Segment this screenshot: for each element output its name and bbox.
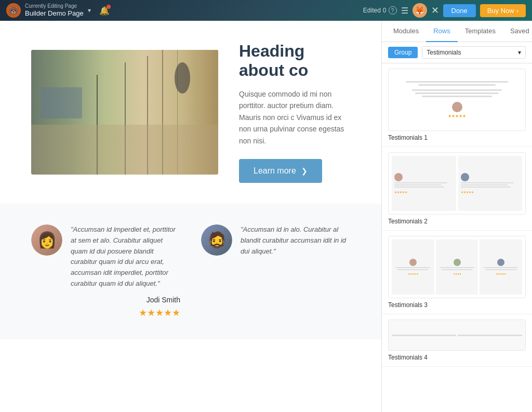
female-avatar-icon: 👩 [37, 231, 57, 249]
bear-icon: 🐻 [6, 3, 21, 18]
buy-now-button[interactable]: Buy Now › [480, 4, 526, 17]
right-panel: Modules Rows Templates Saved Group Testi… [381, 21, 532, 412]
row-label-2: Testimonials 2 [388, 218, 526, 225]
row-preview-2: ★★★★★ ★★★★★ [388, 152, 526, 215]
male-avatar-icon: 🧔 [207, 231, 227, 249]
row-item-2[interactable]: ★★★★★ ★★★★★ Testimonials 2 [382, 147, 532, 231]
main-layout: Heading about co Quisque commodo id mi n… [0, 21, 532, 412]
currently-editing-label: Currently Editing Page [25, 3, 84, 9]
testimonial-card-1: 👩 "Accumsan id imperdiet et, porttitor a… [31, 224, 180, 318]
group-button[interactable]: Group [388, 47, 418, 58]
hero-section: Heading about co Quisque commodo id mi n… [0, 21, 381, 204]
row-label-4: Testimonials 4 [388, 354, 526, 361]
row-label-3: Testimonials 3 [388, 301, 526, 309]
hero-text: Heading about co Quisque commodo id mi n… [239, 42, 350, 183]
page-info: Currently Editing Page Builder Demo Page [25, 3, 84, 18]
testimonial-avatar-1: 👩 [31, 224, 62, 256]
testimonial-avatar-2: 🧔 [201, 224, 232, 256]
row-label-1: Testimonials 1 [388, 134, 526, 141]
select-chevron-icon: ▾ [518, 49, 521, 56]
notification-dot [107, 5, 111, 9]
learn-more-button[interactable]: Learn more ❯ [239, 159, 322, 183]
edited-label: Edited 0 ? [363, 6, 397, 15]
hero-body-text: Quisque commodo id mi non porttitor. auc… [239, 88, 350, 147]
row-preview-1: ★★★★★ [388, 69, 526, 131]
done-button[interactable]: Done [443, 4, 476, 17]
testimonial-author-1: Jodi Smith [71, 296, 180, 304]
tab-saved[interactable]: Saved [503, 21, 532, 42]
topbar-right: Edited 0 ? ☰ 🦊 ✕ Done Buy Now › [363, 3, 526, 18]
panel-filter: Group Testimonials ▾ [382, 42, 532, 63]
topbar-left: 🐻 Currently Editing Page Builder Demo Pa… [6, 3, 358, 18]
hero-heading: Heading about co [239, 42, 350, 80]
group-select[interactable]: Testimonials ▾ [422, 46, 526, 59]
page-content: Heading about co Quisque commodo id mi n… [0, 21, 381, 412]
edited-info-icon[interactable]: ? [389, 6, 397, 15]
testimonial-content-1: "Accumsan id imperdiet et, porttitor at … [71, 224, 180, 318]
panel-tabs: Modules Rows Templates Saved [382, 21, 532, 42]
testimonials-section: 👩 "Accumsan id imperdiet et, porttitor a… [0, 204, 381, 339]
hero-image [31, 50, 218, 175]
testimonial-quote-1: "Accumsan id imperdiet et, porttitor at … [71, 224, 180, 289]
menu-icon[interactable]: ☰ [401, 6, 408, 16]
testimonial-quote-2: "Accumsan id in alo. Curabitur al blandi… [241, 224, 350, 257]
testimonial-content-2: "Accumsan id in alo. Curabitur al blandi… [241, 224, 350, 318]
page-name-label: Builder Demo Page [25, 9, 84, 18]
tab-rows[interactable]: Rows [426, 21, 458, 42]
testimonial-stars-1: ★★★★★ [71, 307, 180, 318]
arrow-icon: › [516, 7, 518, 15]
row-item-3[interactable]: ★★★★★ ★★★★ ★★★★★ [382, 231, 532, 314]
row-preview-4 [388, 320, 526, 351]
row-item-4[interactable]: Testimonials 4 [382, 314, 532, 367]
close-icon[interactable]: ✕ [431, 5, 439, 16]
tab-templates[interactable]: Templates [458, 21, 503, 42]
tab-modules[interactable]: Modules [386, 21, 426, 42]
row-item-1[interactable]: ★★★★★ Testimonials 1 [382, 63, 532, 147]
panel-content: ★★★★★ Testimonials 1 ★★★★★ [382, 63, 532, 412]
topbar: 🐻 Currently Editing Page Builder Demo Pa… [0, 0, 532, 21]
cta-arrow-icon: ❯ [301, 167, 308, 175]
avatar[interactable]: 🦊 [413, 3, 427, 18]
row-preview-3: ★★★★★ ★★★★ ★★★★★ [388, 236, 526, 298]
page-dropdown-icon[interactable]: ▾ [88, 7, 91, 14]
testimonial-card-2: 🧔 "Accumsan id in alo. Curabitur al blan… [201, 224, 350, 318]
